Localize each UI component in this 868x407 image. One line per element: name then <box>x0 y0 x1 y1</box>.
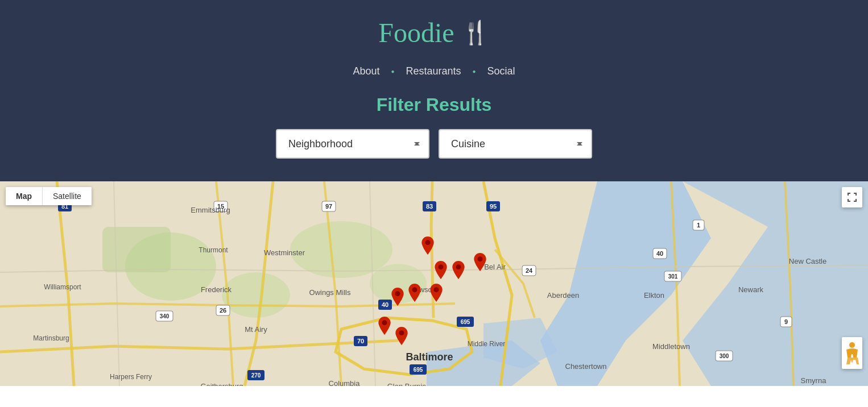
nav-restaurants[interactable]: Restaurants <box>406 65 461 77</box>
map-mode-satellite-button[interactable]: Satellite <box>43 187 92 205</box>
svg-text:40: 40 <box>382 301 388 308</box>
svg-point-70 <box>456 265 461 270</box>
svg-text:695: 695 <box>461 319 470 325</box>
svg-text:26: 26 <box>220 307 226 314</box>
svg-text:Frederick: Frederick <box>201 285 232 294</box>
streetview-button[interactable] <box>842 337 862 369</box>
logo: Foodie 🍴 <box>0 17 868 48</box>
svg-text:Westminster: Westminster <box>264 248 305 257</box>
map-pin-3[interactable] <box>452 261 465 279</box>
fullscreen-button[interactable] <box>842 187 862 207</box>
svg-text:695: 695 <box>414 367 423 373</box>
map-pin-9[interactable] <box>395 327 408 345</box>
map-pin-7[interactable] <box>408 284 421 302</box>
svg-text:Martinsburg: Martinsburg <box>33 334 69 342</box>
map-pin-6[interactable] <box>391 288 404 306</box>
svg-text:New Castle: New Castle <box>789 257 826 265</box>
svg-point-72 <box>434 287 439 292</box>
svg-text:270: 270 <box>251 372 261 379</box>
svg-text:Thurmont: Thurmont <box>199 246 228 254</box>
svg-text:300: 300 <box>720 353 729 359</box>
svg-point-73 <box>395 291 400 296</box>
svg-text:Glen Burnie: Glen Burnie <box>387 382 427 386</box>
map-pin-8[interactable] <box>378 317 391 335</box>
svg-text:340: 340 <box>160 313 170 319</box>
header: Foodie 🍴 About ● Restaurants ● Social Fi… <box>0 0 868 181</box>
fullscreen-icon <box>847 192 857 202</box>
svg-text:Middle River: Middle River <box>468 340 506 348</box>
svg-text:70: 70 <box>357 338 364 344</box>
svg-point-68 <box>425 240 431 245</box>
map-mode-map-button[interactable]: Map <box>6 187 43 205</box>
svg-text:301: 301 <box>668 273 678 280</box>
svg-point-74 <box>412 287 418 292</box>
svg-point-67 <box>849 342 855 348</box>
svg-text:Gaithersburg: Gaithersburg <box>200 382 243 386</box>
svg-point-2 <box>222 272 290 318</box>
neighborhood-select[interactable]: Neighborhood Downtown Midtown Uptown <box>276 129 429 159</box>
nav-dot-1: ● <box>391 68 394 74</box>
svg-text:Baltimore: Baltimore <box>406 351 453 363</box>
svg-text:Mt Airy: Mt Airy <box>245 325 267 334</box>
svg-text:Chestertown: Chestertown <box>565 362 607 371</box>
svg-point-71 <box>477 256 482 261</box>
svg-text:Elkton: Elkton <box>644 291 664 300</box>
navigation: About ● Restaurants ● Social <box>0 65 868 77</box>
svg-text:Newark: Newark <box>738 285 764 294</box>
svg-text:Emmitsburg: Emmitsburg <box>191 206 230 214</box>
filter-row: Neighborhood Downtown Midtown Uptown Cui… <box>0 129 868 159</box>
svg-text:Bel Air: Bel Air <box>484 263 506 271</box>
svg-point-75 <box>382 320 387 325</box>
filter-title: Filter Results <box>0 94 868 115</box>
svg-point-76 <box>399 330 404 335</box>
svg-text:95: 95 <box>490 203 497 210</box>
logo-text: Foodie <box>378 17 454 48</box>
svg-text:Smyrna: Smyrna <box>801 376 827 385</box>
svg-text:1: 1 <box>697 222 700 229</box>
svg-point-3 <box>290 221 392 278</box>
svg-text:Aberdeen: Aberdeen <box>547 291 579 300</box>
svg-text:Middletown: Middletown <box>652 342 690 351</box>
nav-social[interactable]: Social <box>487 65 515 77</box>
map-pin-1[interactable] <box>421 236 435 255</box>
map-container: 95 695 695 70 270 81 83 40 15 <box>0 181 868 386</box>
nav-about[interactable]: About <box>353 65 379 77</box>
svg-text:Columbia: Columbia <box>329 379 361 386</box>
map-pin-2[interactable] <box>434 261 448 279</box>
svg-text:Williamsport: Williamsport <box>44 283 81 291</box>
svg-text:97: 97 <box>325 203 332 210</box>
map-mode-toggle: Map Satellite <box>6 187 92 205</box>
svg-text:40: 40 <box>656 250 663 257</box>
svg-text:24: 24 <box>526 267 533 274</box>
nav-dot-2: ● <box>473 68 476 74</box>
svg-point-69 <box>439 265 444 270</box>
cutlery-icon: 🍴 <box>461 19 490 46</box>
cuisine-select[interactable]: Cuisine Italian Japanese American Mexica… <box>439 129 592 159</box>
svg-text:9: 9 <box>784 318 788 325</box>
svg-rect-5 <box>102 227 171 272</box>
svg-text:Harpers Ferry: Harpers Ferry <box>110 373 152 381</box>
map-pin-4[interactable] <box>473 253 487 271</box>
svg-text:Owings Mills: Owings Mills <box>309 288 351 297</box>
streetview-person-icon <box>844 342 860 364</box>
svg-text:83: 83 <box>426 203 433 210</box>
map-pin-5[interactable] <box>429 284 443 302</box>
